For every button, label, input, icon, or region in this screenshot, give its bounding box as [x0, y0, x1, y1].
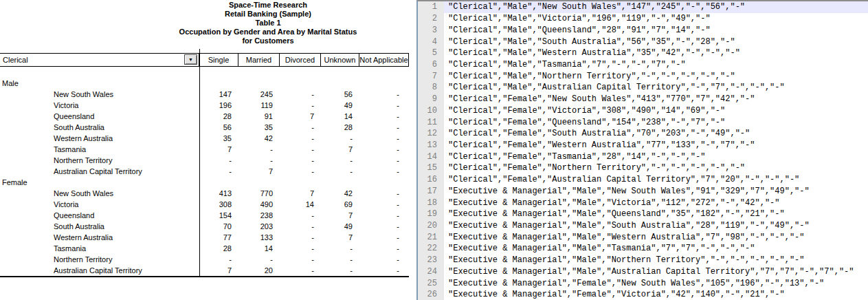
- line-number: 23: [418, 255, 444, 266]
- value-cell: 7: [199, 266, 238, 275]
- value-cell: 14: [280, 200, 321, 208]
- code-line[interactable]: 15"Clerical","Female","Northern Territor…: [418, 162, 868, 174]
- code-line[interactable]: 24"Executive & Managerial","Male","Austr…: [418, 266, 868, 278]
- code-line[interactable]: 8"Clerical","Male","Australian Capital T…: [418, 82, 868, 94]
- code-line[interactable]: 25"Executive & Managerial","Female","New…: [418, 277, 868, 289]
- line-number: 10: [418, 105, 444, 116]
- table-row: Western Australia77133-7-: [0, 232, 409, 243]
- code-text[interactable]: "Clerical","Female","Northern Territory"…: [444, 162, 868, 174]
- code-text[interactable]: "Clerical","Male","Victoria","196","119"…: [444, 13, 868, 25]
- code-line[interactable]: 14"Clerical","Female","Tasmania","28","1…: [418, 151, 868, 162]
- code-text[interactable]: "Executive & Managerial","Male","Norther…: [444, 255, 868, 266]
- value-cell: -: [359, 90, 409, 98]
- value-cell: -: [199, 167, 238, 175]
- code-line[interactable]: 16"Clerical","Female","Australian Capita…: [418, 174, 868, 186]
- value-cell: 28: [199, 244, 238, 253]
- value-cell: 245: [238, 90, 280, 98]
- code-text[interactable]: "Clerical","Male","Northern Territory","…: [444, 70, 868, 82]
- value-cell: -: [280, 145, 321, 153]
- occupation-dropdown-value: Clerical: [0, 56, 28, 64]
- code-text[interactable]: "Clerical","Male","South Australia","56"…: [444, 36, 868, 47]
- code-text[interactable]: "Clerical","Male","Western Australia","3…: [444, 47, 868, 59]
- code-text[interactable]: "Clerical","Female","Tasmania","28","14"…: [444, 151, 868, 162]
- code-text[interactable]: "Executive & Managerial","Male","South A…: [444, 220, 868, 232]
- code-line[interactable]: 17"Executive & Managerial","Male","New S…: [418, 186, 868, 197]
- code-text[interactable]: "Clerical","Female","Queensland","154","…: [444, 116, 868, 128]
- code-line[interactable]: 7"Clerical","Male","Northern Territory",…: [418, 70, 868, 82]
- code-line[interactable]: 2"Clerical","Male","Victoria","196","119…: [418, 13, 868, 25]
- line-number: 3: [418, 24, 444, 36]
- table-row: Victoria196119-49-: [0, 100, 409, 111]
- line-number: 17: [418, 186, 444, 197]
- line-number: 16: [418, 174, 444, 186]
- value-cell: -: [359, 266, 409, 275]
- code-text[interactable]: "Executive & Managerial","Female","New S…: [444, 277, 868, 289]
- code-text[interactable]: "Executive & Managerial","Male","Western…: [444, 231, 868, 243]
- code-line[interactable]: 6"Clerical","Male","Tasmania","7","-","-…: [418, 59, 868, 71]
- value-cell: 7: [280, 189, 321, 197]
- code-line[interactable]: 12"Clerical","Female","South Australia",…: [418, 128, 868, 140]
- area-label: Queensland: [0, 112, 199, 120]
- value-cell: 56: [199, 123, 238, 131]
- code-line[interactable]: 20"Executive & Managerial","Male","South…: [418, 220, 868, 232]
- table-row: Tasmania7--7-: [0, 144, 409, 155]
- code-line[interactable]: 26"Executive & Managerial","Female","Vic…: [418, 289, 868, 300]
- gender-group-label: Female: [0, 178, 199, 186]
- code-text[interactable]: "Executive & Managerial","Male","Tasmani…: [444, 243, 868, 255]
- value-cell: 20: [238, 266, 280, 275]
- code-text[interactable]: "Clerical","Female","South Australia","7…: [444, 128, 868, 140]
- code-line[interactable]: 9"Clerical","Female","New South Wales","…: [418, 94, 868, 105]
- dropdown-arrow-button[interactable]: ▼: [184, 54, 197, 65]
- code-line[interactable]: 22"Executive & Managerial","Male","Tasma…: [418, 243, 868, 255]
- code-text[interactable]: "Executive & Managerial","Male","Queensl…: [444, 208, 868, 220]
- value-cell: 28: [199, 112, 238, 120]
- area-label: Australian Capital Territory: [0, 266, 199, 275]
- text-editor-pane[interactable]: 1"Clerical","Male","New South Wales","14…: [416, 0, 868, 300]
- value-cell: -: [280, 134, 321, 142]
- code-line[interactable]: 19"Executive & Managerial","Male","Queen…: [418, 208, 868, 220]
- code-text[interactable]: "Clerical","Male","Queensland","28","91"…: [444, 24, 868, 36]
- code-line[interactable]: 11"Clerical","Female","Queensland","154"…: [418, 116, 868, 128]
- report-pane: Space-Time ResearchRetail Banking (Sampl…: [0, 0, 416, 300]
- table-row: Northern Territory-----: [0, 155, 409, 166]
- code-line[interactable]: 18"Executive & Managerial","Male","Victo…: [418, 197, 868, 208]
- code-text[interactable]: "Clerical","Male","Tasmania","7","-","-"…: [444, 59, 868, 71]
- code-text[interactable]: "Executive & Managerial","Male","New Sou…: [444, 186, 868, 197]
- value-cell: 42: [321, 189, 359, 197]
- value-cell: -: [359, 255, 409, 264]
- code-text[interactable]: "Clerical","Female","Western Australia",…: [444, 140, 868, 151]
- code-line[interactable]: 5"Clerical","Male","Western Australia","…: [418, 47, 868, 59]
- code-line[interactable]: 1"Clerical","Male","New South Wales","14…: [418, 1, 868, 13]
- line-number: 24: [418, 266, 444, 278]
- column-header: Not Applicable: [359, 54, 409, 66]
- value-cell: 133: [238, 233, 280, 242]
- code-line[interactable]: 21"Executive & Managerial","Male","Weste…: [418, 231, 868, 243]
- code-line[interactable]: 10"Clerical","Female","Victoria","308","…: [418, 105, 868, 116]
- code-text[interactable]: "Clerical","Female","New South Wales","4…: [444, 94, 868, 105]
- column-headers: SingleMarriedDivorcedUnknownNot Applicab…: [199, 54, 409, 66]
- value-cell: -: [321, 266, 359, 275]
- code-line[interactable]: 23"Executive & Managerial","Male","North…: [418, 255, 868, 266]
- code-text[interactable]: "Executive & Managerial","Male","Austral…: [444, 266, 868, 278]
- area-label: Northern Territory: [0, 156, 199, 164]
- code-line[interactable]: 13"Clerical","Female","Western Australia…: [418, 140, 868, 151]
- value-cell: 7: [321, 233, 359, 242]
- line-number: 4: [418, 36, 444, 47]
- code-text[interactable]: "Clerical","Female","Victoria","308","49…: [444, 105, 868, 116]
- occupation-dropdown[interactable]: Clerical ▼: [0, 54, 199, 66]
- value-cell: 14: [238, 244, 280, 253]
- area-label: South Australia: [0, 123, 199, 131]
- value-cell: -: [359, 233, 409, 242]
- value-cell: -: [280, 255, 321, 264]
- code-text[interactable]: "Executive & Managerial","Male","Victori…: [444, 197, 868, 208]
- code-text[interactable]: "Clerical","Male","New South Wales","147…: [444, 1, 868, 13]
- value-cell: 154: [199, 211, 238, 219]
- code-line[interactable]: 3"Clerical","Male","Queensland","28","91…: [418, 24, 868, 36]
- code-text[interactable]: "Clerical","Female","Australian Capital …: [444, 174, 868, 186]
- value-cell: 70: [199, 222, 238, 231]
- code-text[interactable]: "Clerical","Male","Australian Capital Te…: [444, 82, 868, 94]
- code-line[interactable]: 4"Clerical","Male","South Australia","56…: [418, 36, 868, 47]
- value-cell: -: [321, 244, 359, 253]
- table-row: Queensland2891714-: [0, 111, 409, 122]
- code-text[interactable]: "Executive & Managerial","Female","Victo…: [444, 289, 868, 300]
